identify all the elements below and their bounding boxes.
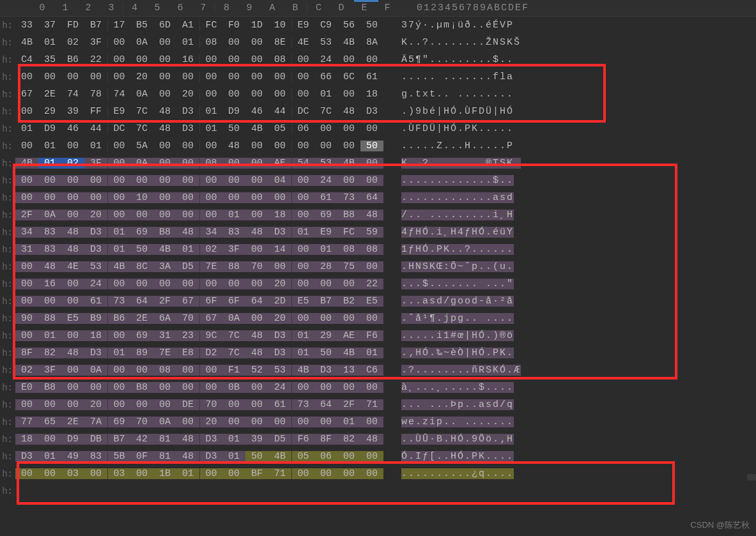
- hex-byte[interactable]: 0A: [130, 37, 153, 48]
- ascii-text[interactable]: 1ƒHÓ.PK..?......: [401, 244, 514, 255]
- hex-byte[interactable]: 70: [199, 399, 222, 410]
- hex-byte[interactable]: 01: [15, 123, 38, 134]
- hex-byte[interactable]: 00: [84, 175, 107, 186]
- hex-byte[interactable]: 00: [199, 72, 222, 82]
- hex-byte[interactable]: 00: [130, 54, 153, 65]
- hex-byte[interactable]: 69: [314, 210, 337, 220]
- hex-cells[interactable]: 00160024000000000000002000000022: [15, 279, 383, 289]
- hex-byte[interactable]: F6: [291, 434, 314, 445]
- hex-byte[interactable]: 00: [130, 175, 153, 186]
- hex-byte[interactable]: 48: [245, 227, 268, 238]
- hex-byte[interactable]: 00: [199, 141, 222, 151]
- hex-byte[interactable]: 01: [314, 89, 337, 100]
- hex-byte[interactable]: 00: [153, 141, 176, 151]
- hex-byte[interactable]: 3F: [84, 158, 107, 169]
- hex-byte[interactable]: 03: [61, 468, 84, 479]
- hex-byte[interactable]: 00: [222, 192, 245, 203]
- hex-byte[interactable]: 01: [291, 348, 314, 358]
- hex-byte[interactable]: 48: [337, 106, 360, 117]
- ascii-text[interactable]: K..?........ŽNSKŠ: [401, 37, 521, 48]
- hex-byte[interactable]: 2D: [268, 296, 291, 307]
- hex-byte[interactable]: 35: [38, 54, 61, 65]
- hex-byte[interactable]: 70: [245, 261, 268, 272]
- hex-byte[interactable]: 23: [176, 330, 199, 341]
- hex-byte[interactable]: 2E: [61, 417, 84, 427]
- hex-byte[interactable]: 01: [176, 37, 199, 48]
- hex-byte[interactable]: 5A: [130, 141, 153, 151]
- hex-cells[interactable]: 672E7478740A00200000000000010018: [15, 89, 383, 100]
- hex-byte[interactable]: 00: [176, 141, 199, 151]
- hex-byte[interactable]: 0F: [130, 451, 153, 462]
- hex-byte[interactable]: 00: [314, 279, 337, 289]
- hex-cells[interactable]: 9088E5B9B62E6A70670A002000000000: [15, 313, 383, 324]
- hex-byte[interactable]: 00: [314, 123, 337, 134]
- hex-byte[interactable]: 01: [38, 141, 61, 151]
- hex-byte[interactable]: 50: [360, 20, 383, 31]
- hex-byte[interactable]: 08: [199, 158, 222, 169]
- hex-editor[interactable]: 0123456789ABCDEF 0123456789ABCDEF h:3337…: [0, 0, 756, 500]
- hex-byte[interactable]: 3F: [222, 244, 245, 255]
- hex-byte[interactable]: 00: [15, 296, 38, 307]
- hex-byte[interactable]: 4E: [61, 261, 84, 272]
- hex-byte[interactable]: 83: [222, 227, 245, 238]
- hex-byte[interactable]: 00: [337, 468, 360, 479]
- hex-byte[interactable]: 00: [107, 141, 130, 151]
- hex-byte[interactable]: 04: [268, 175, 291, 186]
- hex-byte[interactable]: B7: [107, 434, 130, 445]
- hex-byte[interactable]: 4B: [15, 158, 38, 169]
- hex-byte[interactable]: 00: [222, 175, 245, 186]
- hex-byte[interactable]: 00: [61, 192, 84, 203]
- hex-byte[interactable]: 00: [314, 468, 337, 479]
- hex-byte[interactable]: 00: [314, 141, 337, 151]
- hex-byte[interactable]: 33: [15, 20, 38, 31]
- hex-byte[interactable]: 01: [38, 451, 61, 462]
- hex-byte[interactable]: 00: [222, 279, 245, 289]
- hex-byte[interactable]: 00: [360, 382, 383, 393]
- hex-byte[interactable]: 00: [291, 261, 314, 272]
- hex-byte[interactable]: 00: [199, 175, 222, 186]
- hex-byte[interactable]: 00: [153, 210, 176, 220]
- hex-byte[interactable]: 67: [199, 313, 222, 324]
- hex-byte[interactable]: 73: [107, 296, 130, 307]
- hex-byte[interactable]: DC: [291, 106, 314, 117]
- hex-byte[interactable]: 00: [337, 382, 360, 393]
- ascii-text[interactable]: ... ...Þp..asd/q: [401, 399, 514, 410]
- hex-byte[interactable]: 00: [291, 244, 314, 255]
- hex-byte[interactable]: 01: [84, 141, 107, 151]
- hex-byte[interactable]: 00: [245, 37, 268, 48]
- hex-byte[interactable]: 9C: [199, 330, 222, 341]
- hex-byte[interactable]: 7C: [130, 123, 153, 134]
- hex-byte[interactable]: 88: [38, 313, 61, 324]
- hex-byte[interactable]: 05: [268, 123, 291, 134]
- hex-byte[interactable]: D3: [84, 244, 107, 255]
- hex-byte[interactable]: 00: [107, 37, 130, 48]
- hex-byte[interactable]: 69: [130, 330, 153, 341]
- hex-byte[interactable]: 00: [291, 175, 314, 186]
- hex-byte[interactable]: 00: [153, 72, 176, 82]
- hex-byte[interactable]: 00: [153, 158, 176, 169]
- hex-byte[interactable]: A1: [176, 20, 199, 31]
- hex-byte[interactable]: B9: [84, 313, 107, 324]
- hex-byte[interactable]: E9: [107, 106, 130, 117]
- hex-byte[interactable]: 00: [199, 54, 222, 65]
- hex-byte[interactable]: 01: [107, 227, 130, 238]
- hex-byte[interactable]: 6F: [222, 296, 245, 307]
- hex-row[interactable]: h:00000000001000000000000000617364......…: [0, 189, 756, 206]
- hex-byte[interactable]: 00: [61, 279, 84, 289]
- hex-byte[interactable]: 83: [38, 244, 61, 255]
- hex-row[interactable]: h:C435B622000000160000000800240000Ä5¶"..…: [0, 51, 756, 68]
- hex-byte[interactable]: 00: [245, 313, 268, 324]
- hex-row[interactable]: h:672E7478740A00200000000000010018g.txt.…: [0, 86, 756, 103]
- hex-byte[interactable]: 77: [15, 417, 38, 427]
- hex-cells[interactable]: D30149835B0F8148D301504B05060000: [15, 451, 383, 462]
- hex-byte[interactable]: 48: [245, 330, 268, 341]
- hex-byte[interactable]: 48: [245, 348, 268, 358]
- hex-byte[interactable]: 00: [61, 399, 84, 410]
- hex-byte[interactable]: 01: [38, 37, 61, 48]
- hex-byte[interactable]: B2: [337, 296, 360, 307]
- hex-byte[interactable]: 00: [245, 192, 268, 203]
- hex-byte[interactable]: 00: [130, 399, 153, 410]
- hex-byte[interactable]: 00: [245, 54, 268, 65]
- hex-byte[interactable]: 00: [61, 210, 84, 220]
- hex-byte[interactable]: 24: [268, 382, 291, 393]
